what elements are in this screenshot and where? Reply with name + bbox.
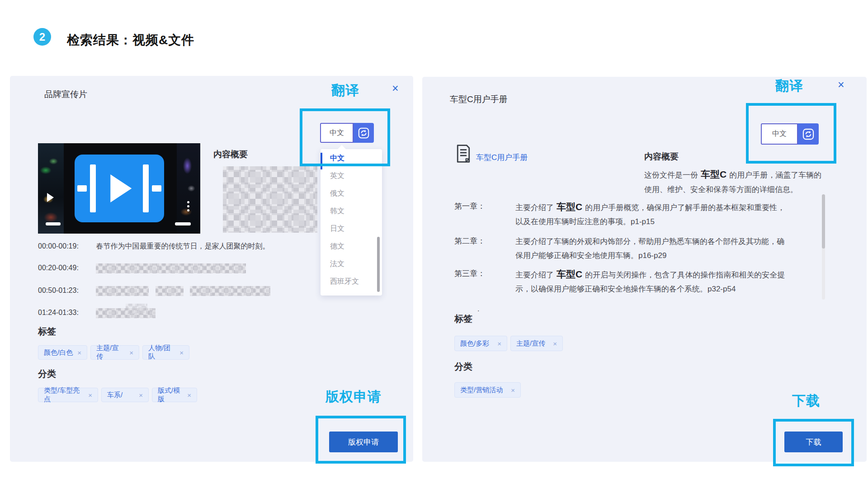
category-label: 版式/模版 — [158, 386, 183, 404]
remove-category-icon[interactable]: × — [139, 391, 143, 399]
dropdown-scrollbar[interactable] — [377, 237, 380, 292]
category-label: 车系/ — [107, 391, 123, 399]
tag-label: 主题/宣传 — [96, 344, 125, 361]
language-option[interactable]: 英文 — [321, 167, 382, 184]
translate-button[interactable] — [798, 123, 819, 145]
summary-text: 这份文件是一份车型C的用户手册，涵盖了车辆的使用、维护、安全和保养等方面的详细信… — [644, 167, 825, 197]
tag-chip: 主题/宣传 × — [90, 345, 139, 360]
document-detail-panel: 车型C用户手册 翻译 × 中文 车型C用户手册 — [422, 77, 867, 462]
chapter-label: 第一章： — [454, 201, 485, 211]
tags-heading: 标签 — [38, 325, 56, 338]
category-list: 类型/营销活动 × — [454, 382, 521, 398]
selected-indicator — [321, 153, 322, 169]
download-annotation-label: 下载 — [792, 392, 820, 410]
video-title: 品牌宣传片 — [44, 89, 87, 100]
remove-tag-icon[interactable]: × — [129, 349, 133, 357]
translate-icon — [802, 128, 815, 141]
timeline-text: 春节作为中国最重要的传统节日，是家人团聚的时刻。 — [96, 242, 269, 250]
timeline-row: 01:24-01:33: — [38, 308, 156, 318]
language-selector[interactable]: 中文 — [761, 123, 819, 145]
close-icon[interactable]: × — [392, 83, 399, 93]
tag-label: 颜色/多彩 — [460, 339, 489, 348]
tag-list: 颜色/多彩 × 主题/宣传 × — [454, 336, 563, 351]
language-option[interactable]: 韩文 — [321, 202, 382, 220]
chapter-text: 主要介绍了车型C的用户手册概览，确保用户了解手册的基本框架和重要性，以及在使用车… — [515, 200, 791, 229]
tags-heading: 标签 — [454, 313, 472, 325]
thumbnail-photo-left — [38, 143, 64, 234]
redacted-text — [96, 263, 246, 273]
tag-list: 颜色/白色 × 主题/宣传 × 人物/团队 × — [38, 345, 189, 360]
translate-annotation-label: 翻译 — [775, 77, 803, 95]
category-heading: 分类 — [38, 368, 56, 380]
model-highlight: 车型C — [557, 269, 582, 279]
category-chip: 车系/ × — [101, 388, 149, 402]
timeline-row: 00:50-01:23: — [38, 286, 270, 296]
remove-tag-icon[interactable]: × — [553, 340, 557, 347]
chapter-row: 第二章： 主要介绍了车辆的外观和内饰部分，帮助用户熟悉车辆的各个部件及其功能，确… — [454, 235, 791, 263]
document-link[interactable]: 车型C用户手册 — [476, 152, 528, 163]
video-detail-panel: 品牌宣传片 翻译 × 内容概要 00:00-00:19: 春节作为中国最重要的传… — [10, 76, 413, 462]
chapter-row: 第一章： 主要介绍了车型C的用户手册概览，确保用户了解手册的基本框架和重要性，以… — [454, 200, 791, 229]
remove-category-icon[interactable]: × — [511, 386, 515, 394]
chapter-row: 第三章： 主要介绍了车型C的开启与关闭操作，包含了具体的操作指南和相关的安全提示… — [454, 267, 791, 296]
chapter-text: 主要介绍了车辆的外观和内饰部分，帮助用户熟悉车辆的各个部件及其功能，确保用户能够… — [515, 235, 791, 263]
copyright-apply-button[interactable]: 版权申请 — [329, 432, 398, 452]
model-highlight: 车型C — [557, 202, 582, 212]
language-dropdown: 中文 英文 俄文 韩文 日文 德文 法文 西班牙文 — [321, 149, 382, 296]
redacted-summary-block — [223, 166, 317, 233]
timestamp: 00:50-01:23: — [38, 286, 94, 295]
tag-chip: 主题/宣传 × — [510, 336, 563, 351]
language-option[interactable]: 日文 — [321, 220, 382, 237]
copyright-annotation-label: 版权申请 — [326, 388, 382, 406]
remove-category-icon[interactable]: × — [88, 391, 92, 399]
category-heading: 分类 — [454, 361, 472, 373]
timeline-row: 00:00-00:19: 春节作为中国最重要的传统节日，是家人团聚的时刻。 — [38, 242, 269, 251]
redacted-text — [96, 308, 156, 318]
summary-heading: 内容概要 — [213, 149, 248, 160]
category-chip: 版式/模版 × — [152, 388, 197, 402]
redacted-text — [156, 286, 184, 296]
category-list: 类型/车型亮点 × 车系/ × 版式/模版 × — [38, 388, 197, 402]
close-icon[interactable]: × — [838, 80, 844, 89]
document-icon — [456, 144, 471, 164]
progress-mark — [46, 222, 61, 225]
scrollbar-thumb[interactable] — [822, 194, 825, 249]
download-button[interactable]: 下载 — [784, 432, 843, 452]
redacted-text — [96, 286, 149, 296]
remove-tag-icon[interactable]: × — [179, 349, 184, 357]
category-label: 类型/车型亮点 — [44, 386, 84, 404]
language-option[interactable]: 西班牙文 — [321, 272, 382, 290]
chapter-text: 主要介绍了车型C的开启与关闭操作，包含了具体的操作指南和相关的安全提示，以确保用… — [515, 267, 791, 296]
timestamp: 00:00-00:19: — [38, 242, 94, 250]
remove-category-icon[interactable]: × — [187, 391, 191, 399]
timeline-row: 00:20-00:49: — [38, 263, 246, 273]
document-title: 车型C用户手册 — [450, 94, 508, 105]
language-option[interactable]: 法文 — [321, 255, 382, 272]
summary-heading: 内容概要 — [644, 151, 679, 163]
category-chip: 类型/营销活动 × — [454, 382, 521, 398]
page-title: 检索结果：视频&文件 — [67, 32, 194, 49]
more-options-icon — [187, 201, 189, 211]
video-thumbnail[interactable] — [38, 143, 200, 234]
translate-button[interactable] — [354, 123, 374, 143]
language-selector[interactable]: 中文 — [320, 123, 374, 143]
tag-chip: 人物/团队 × — [142, 345, 189, 360]
translate-icon — [358, 127, 370, 139]
tag-label: 颜色/白色 — [44, 348, 73, 357]
language-value[interactable]: 中文 — [761, 123, 798, 145]
page: 2 检索结果：视频&文件 品牌宣传片 翻译 × 内容概要 00:00-00:19… — [0, 0, 868, 488]
remove-tag-icon[interactable]: × — [77, 349, 81, 357]
remove-tag-icon[interactable]: × — [497, 340, 501, 347]
summary-pre: 这份文件是一份 — [644, 171, 698, 179]
language-option[interactable]: 德文 — [321, 237, 382, 255]
progress-mark — [175, 222, 191, 225]
chapter-label: 第三章： — [454, 268, 485, 279]
play-icon — [47, 193, 54, 202]
language-option[interactable]: 俄文 — [321, 184, 382, 202]
chapter-label: 第二章： — [454, 236, 485, 246]
stray-dot: . — [477, 305, 479, 313]
step-number-badge: 2 — [33, 28, 51, 46]
timestamp: 01:24-01:33: — [38, 309, 94, 317]
language-option[interactable]: 中文 — [321, 149, 382, 167]
language-value[interactable]: 中文 — [320, 123, 354, 143]
